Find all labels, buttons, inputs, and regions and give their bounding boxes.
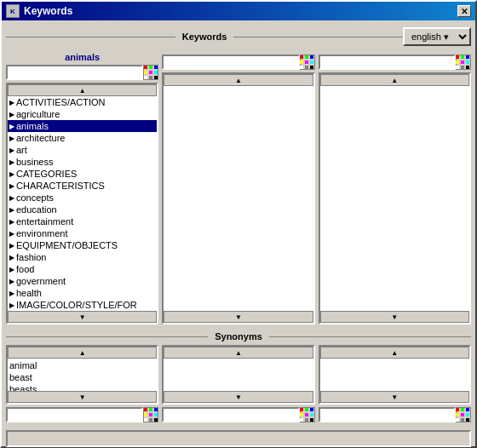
- language-select[interactable]: english ▾ french german spanish: [403, 27, 471, 46]
- list-item-label: concepts: [16, 192, 54, 203]
- search-bar-col2: [162, 54, 314, 71]
- list-item-arrow: ▶: [9, 194, 14, 202]
- list-inner-col1[interactable]: ▶ACTIVITIES/ACTION▶agriculture▶animals▶a…: [8, 96, 157, 311]
- syn-scroll-up-col2[interactable]: ▲: [164, 347, 313, 359]
- list-item[interactable]: ▶fashion: [8, 251, 157, 263]
- scroll-up-col1[interactable]: ▲: [8, 84, 157, 96]
- list-item-label: environment: [16, 228, 68, 238]
- list-item-arrow: ▶: [9, 302, 14, 309]
- title-bar: K Keywords ✕: [2, 2, 475, 20]
- list-item-arrow: ▶: [9, 290, 14, 297]
- list-container-col1: ▲ ▶ACTIVITIES/ACTION▶agriculture▶animals…: [6, 83, 158, 325]
- syn-scroll-down-col3[interactable]: ▼: [320, 391, 469, 403]
- keywords-window: K Keywords ✕ Keywords english ▾ french g…: [0, 0, 477, 448]
- list-item-arrow: ▶: [9, 182, 14, 190]
- list-item[interactable]: ▶entertainment: [8, 215, 157, 227]
- list-item[interactable]: ▶food: [8, 263, 157, 275]
- list-item-arrow: ▶: [9, 146, 14, 154]
- scroll-down-col3[interactable]: ▼: [320, 311, 469, 323]
- list-item[interactable]: ▶CATEGORIES: [8, 168, 157, 180]
- list-item-label: business: [16, 157, 53, 167]
- search-bar-col1: [6, 64, 158, 81]
- list-item-label: architecture: [16, 133, 65, 143]
- syn-item[interactable]: animal: [9, 359, 155, 371]
- syn-color-btn-col3[interactable]: [456, 407, 471, 422]
- syn-list-col1: ▲ animalbeastbeastscreature ▼: [6, 345, 158, 405]
- list-item[interactable]: ▶ACTIVITIES/ACTION: [8, 96, 157, 108]
- syn-item[interactable]: beasts: [9, 383, 155, 391]
- list-item-arrow: ▶: [9, 111, 14, 118]
- list-item-label: entertainment: [16, 216, 73, 227]
- list-item[interactable]: ▶EQUIPMENT/OBJECTS: [8, 239, 157, 251]
- syn-color-btn-col2[interactable]: [300, 407, 315, 422]
- list-item-label: fashion: [16, 252, 46, 262]
- list-item[interactable]: ▶education: [8, 204, 157, 215]
- status-bar: [6, 430, 471, 447]
- panels-row: animals: [6, 52, 471, 325]
- scroll-up-col3[interactable]: ▲: [320, 74, 469, 86]
- syn-scroll-up-col1[interactable]: ▲: [8, 347, 157, 359]
- list-item[interactable]: ▶art: [8, 144, 157, 156]
- list-item[interactable]: ▶architecture: [8, 132, 157, 144]
- syn-scroll-up-col3[interactable]: ▲: [320, 347, 469, 359]
- list-item-label: animals: [16, 121, 49, 131]
- syn-search-input-col1[interactable]: [6, 407, 143, 422]
- list-item-arrow: ▶: [9, 206, 14, 214]
- synonyms-panels: ▲ animalbeastbeastscreature ▼: [6, 345, 471, 425]
- list-item[interactable]: ▶IMAGE/COLOR/STYLE/FOR: [8, 299, 157, 311]
- syn-list-inner-col2[interactable]: [164, 359, 313, 391]
- list-container-col3: ▲ ▼: [319, 72, 471, 325]
- list-item-label: food: [16, 264, 34, 274]
- color-button-col2[interactable]: [300, 55, 315, 70]
- syn-list-inner-col3[interactable]: [320, 359, 469, 391]
- panel-col1: animals: [6, 52, 158, 325]
- syn-search-input-col2[interactable]: [162, 407, 299, 422]
- list-item[interactable]: ▶environment: [8, 227, 157, 239]
- search-input-col1[interactable]: [6, 65, 143, 80]
- list-item-label: EQUIPMENT/OBJECTS: [16, 240, 118, 250]
- color-button-col3[interactable]: [456, 55, 471, 70]
- list-item-arrow: ▶: [9, 266, 14, 273]
- syn-scroll-down-col1[interactable]: ▼: [8, 391, 157, 403]
- window-title: Keywords: [24, 5, 72, 17]
- search-input-col3[interactable]: [319, 55, 456, 70]
- keywords-header: Keywords: [6, 32, 403, 42]
- synonyms-section: Synonyms ▲ animalbeastbeastscreature ▼: [6, 328, 471, 425]
- list-item-label: CATEGORIES: [16, 169, 77, 179]
- synonyms-divider: Synonyms: [6, 330, 471, 343]
- list-item-arrow: ▶: [9, 170, 14, 178]
- syn-list-inner-col1[interactable]: animalbeastbeastscreature: [8, 359, 157, 391]
- list-item-label: IMAGE/COLOR/STYLE/FOR: [16, 300, 137, 310]
- scroll-down-col1[interactable]: ▼: [8, 311, 157, 323]
- list-item[interactable]: ▶government: [8, 275, 157, 287]
- list-item-arrow: ▶: [9, 135, 14, 142]
- syn-panel-col2: ▲ ▼: [162, 345, 314, 425]
- list-item-label: ACTIVITIES/ACTION: [16, 97, 106, 107]
- list-item[interactable]: ▶animals: [8, 120, 157, 132]
- syn-search-bar-col2: [162, 406, 314, 423]
- scroll-up-col2[interactable]: ▲: [164, 74, 313, 86]
- list-item-arrow: ▶: [9, 254, 14, 261]
- syn-search-bar-col3: [319, 406, 471, 423]
- syn-scroll-down-col2[interactable]: ▼: [164, 391, 313, 403]
- list-item[interactable]: ▶agriculture: [8, 108, 157, 120]
- list-item[interactable]: ▶health: [8, 287, 157, 299]
- list-container-col2: ▲ ▼: [162, 72, 314, 325]
- list-item-label: education: [16, 204, 57, 215]
- syn-item[interactable]: beast: [9, 371, 155, 383]
- list-item-arrow: ▶: [9, 218, 14, 226]
- color-button-col1[interactable]: [143, 65, 158, 80]
- list-inner-col3[interactable]: [320, 86, 469, 311]
- list-item-label: health: [16, 288, 42, 298]
- syn-color-btn-col1[interactable]: [143, 407, 158, 422]
- list-item[interactable]: ▶concepts: [8, 192, 157, 204]
- scroll-down-col2[interactable]: ▼: [164, 311, 313, 323]
- close-button[interactable]: ✕: [457, 5, 471, 17]
- search-input-col2[interactable]: [162, 55, 299, 70]
- list-item[interactable]: ▶business: [8, 156, 157, 168]
- search-bar-col3: [319, 54, 471, 71]
- syn-search-input-col3[interactable]: [319, 407, 456, 422]
- list-item[interactable]: ▶CHARACTERISTICS: [8, 180, 157, 192]
- list-inner-col2[interactable]: [164, 86, 313, 311]
- list-item-arrow: ▶: [9, 242, 14, 250]
